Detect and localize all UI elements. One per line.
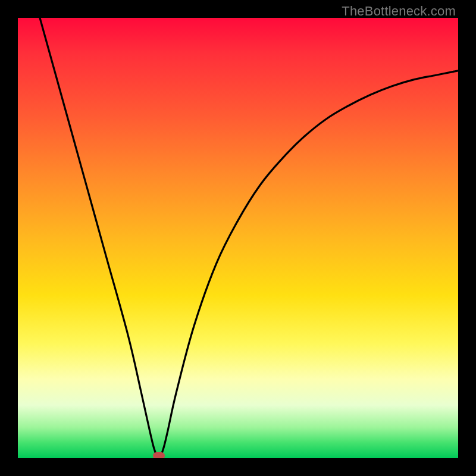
watermark-text: TheBottleneck.com [342,4,456,19]
bottleneck-curve [18,18,458,458]
minimum-marker [153,452,165,458]
chart-frame: TheBottleneck.com [0,0,476,476]
plot-area [18,18,458,458]
